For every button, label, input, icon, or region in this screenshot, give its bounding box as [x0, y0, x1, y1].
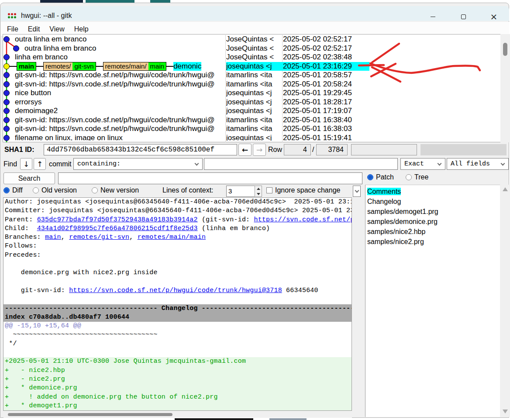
- new-version-radio[interactable]: [92, 187, 98, 193]
- commit-row[interactable]: demoimage2josequintas <j2025-05-01 17:19…: [3, 107, 370, 116]
- diff-text: + * demonice.prg: [5, 384, 77, 392]
- search-input[interactable]: [58, 172, 362, 184]
- ref-label[interactable]: remotes/main/main: [103, 62, 167, 71]
- commit-row[interactable]: linha em brancoJoseQuintas <2025-05-02 0…: [3, 53, 370, 62]
- scroll-down-icon[interactable]: [503, 410, 508, 413]
- encoding-dropdown[interactable]: [353, 186, 361, 197]
- commit-row[interactable]: git-svn-id: https://svn.code.sf.net/p/hw…: [3, 71, 370, 80]
- commit-row[interactable]: git-svn-id: https://svn.code.sf.net/p/hw…: [3, 80, 370, 89]
- menu-item-view[interactable]: View: [45, 25, 69, 33]
- commit-date: 2025-05-01 20:58:24: [283, 80, 369, 89]
- scroll-up-icon[interactable]: [503, 187, 508, 191]
- diff-line: Author: josequintas <josequintas@6634564…: [3, 198, 351, 207]
- fields-mode-value: All fields: [451, 160, 490, 168]
- diff-text: Follows:: [5, 242, 37, 250]
- diff-link[interactable]: https://svn.code.sf.net/p/hwgui/code/tru…: [254, 216, 351, 224]
- commit-rows: outra linha em brancoJoseQuintas <2025-0…: [3, 35, 500, 141]
- sha1-input[interactable]: 4dd75706dbab658343b132c45cf6c598c85100ef: [44, 144, 237, 155]
- diff-text: (git-svn-id:: [198, 216, 254, 224]
- commit-row[interactable]: errorsysjosequintas <j2025-05-01 18:28:1…: [3, 98, 370, 107]
- commit-row[interactable]: outra linha em brancoJoseQuintas <2025-0…: [3, 35, 370, 44]
- diff-text: Parent:: [5, 216, 37, 224]
- nav-forward-button[interactable]: →: [253, 144, 266, 156]
- file-item[interactable]: Comments: [365, 186, 500, 196]
- match-mode-dropdown[interactable]: containing:: [73, 158, 203, 170]
- diff-line: [3, 260, 351, 269]
- commit-author: josequintas <j: [226, 62, 283, 71]
- file-item[interactable]: samples/nice2.hbp: [365, 227, 500, 237]
- diff-text: 66345640: [282, 287, 318, 294]
- new-version-label: New version: [100, 186, 139, 194]
- find-input[interactable]: [204, 158, 398, 170]
- commit-row[interactable]: outra linha em brancoJoseQuintas <2025-0…: [3, 44, 370, 53]
- search-button[interactable]: Search: [3, 172, 55, 184]
- diff-link[interactable]: https://svn.code.sf.net/p/hwgui/code/tru…: [69, 287, 282, 294]
- diff-text: */: [5, 340, 17, 348]
- old-version-label: Old version: [41, 186, 77, 194]
- diff-link[interactable]: remotes/git-svn: [69, 234, 129, 241]
- fields-mode-dropdown[interactable]: All fields: [447, 158, 509, 170]
- tree-radio[interactable]: [406, 174, 412, 180]
- old-version-radio[interactable]: [33, 187, 39, 193]
- chevron-down-icon: [195, 162, 199, 166]
- diff-text: Author: josequintas <josequintas@6634564…: [5, 198, 351, 206]
- file-item[interactable]: samples/demonice.prg: [365, 217, 500, 227]
- spin-up-icon[interactable]: [255, 186, 262, 191]
- find-next-button[interactable]: ↓: [20, 158, 32, 170]
- commit-row[interactable]: git-svn-id: https://svn.code.sf.net/p/hw…: [3, 124, 370, 134]
- commit-subject: errorsys: [15, 98, 41, 107]
- nav-back-button[interactable]: ←: [238, 144, 252, 156]
- row-current-field[interactable]: 4: [284, 144, 311, 155]
- commit-row[interactable]: git-svn-id: https://svn.code.sf.net/p/hw…: [3, 116, 370, 125]
- file-item-label: samples/demonice.prg: [367, 218, 438, 225]
- diff-pane[interactable]: Author: josequintas <josequintas@6634564…: [3, 197, 352, 411]
- menu-item-edit[interactable]: Edit: [23, 25, 45, 33]
- diff-text: Precedes:: [5, 251, 41, 259]
- row-total-field[interactable]: 3784: [316, 144, 348, 155]
- commit-subject: git-svn-id: https://svn.code.sf.net/p/hw…: [15, 116, 215, 125]
- diff-line: git-svn-id: https://svn.code.sf.net/p/hw…: [3, 286, 351, 295]
- sha1-label: SHA1 ID:: [4, 146, 34, 154]
- commit-row[interactable]: nice buttonjosequintas <j2025-05-01 19:2…: [3, 89, 370, 98]
- commit-date: 2025-05-01 18:28:17: [283, 98, 369, 107]
- commit-subject: linha em branco: [15, 53, 68, 62]
- window-title: hwgui: --all - gitk: [21, 12, 72, 20]
- ref-label[interactable]: remotes/git-svn: [43, 62, 96, 71]
- diff-text: -------------------------------------- C…: [5, 305, 351, 312]
- diff-line: @@ -15,10 +15,64 @@: [3, 322, 351, 330]
- commit-author: itamarlins <ita: [226, 71, 283, 80]
- diff-link[interactable]: 635dc977bda7f97d50f37529438a49183b3914a2: [37, 216, 198, 224]
- menu-item-file[interactable]: File: [2, 25, 23, 33]
- commit-list-scrollbar[interactable]: [500, 34, 510, 142]
- diff-link[interactable]: remotes/main/main: [138, 234, 206, 241]
- diff-label: Diff: [12, 186, 23, 194]
- file-list-scrollbar[interactable]: [500, 185, 510, 417]
- background-window-sliver: [175, 418, 253, 420]
- find-prev-button[interactable]: ↑: [34, 158, 46, 170]
- patch-radio[interactable]: [367, 174, 373, 180]
- file-item-label: samples/demoget1.prg: [367, 208, 438, 215]
- commit-row[interactable]: mainremotes/git-svnremotes/main/maindemo…: [3, 62, 370, 71]
- diff-text: + ! added on demonice.prg the button of …: [5, 393, 218, 401]
- scrollbar-thumb[interactable]: [8, 413, 172, 416]
- spin-down-icon[interactable]: [255, 191, 262, 196]
- context-lines-input[interactable]: 3: [226, 186, 255, 197]
- gitk-app-icon: [8, 13, 17, 20]
- diff-text: git-svn-id:: [5, 287, 69, 294]
- context-lines-spinner[interactable]: [255, 186, 262, 197]
- diff-radio[interactable]: [3, 187, 10, 193]
- commit-row[interactable]: filename on linux, image on linuxjosequi…: [3, 134, 370, 141]
- diff-text: + - nice2.prg: [5, 375, 65, 383]
- file-item[interactable]: Changelog: [365, 196, 500, 207]
- diff-link[interactable]: 434a1d02f98995c7fe66a47806215cdf1f8e25d3: [37, 225, 198, 232]
- diff-link[interactable]: main: [45, 234, 61, 241]
- diff-line: Branches: main, remotes/git-svn, remotes…: [3, 233, 351, 242]
- ref-label[interactable]: main: [17, 62, 36, 71]
- file-item[interactable]: samples/nice2.prg: [365, 237, 500, 247]
- menu-item-help[interactable]: Help: [69, 25, 93, 33]
- scrollbar-thumb[interactable]: [503, 43, 507, 56]
- ignore-space-checkbox[interactable]: [266, 187, 272, 193]
- diff-horizontal-scrollbar[interactable]: [3, 411, 352, 418]
- exact-mode-dropdown[interactable]: Exact: [400, 158, 445, 170]
- file-item[interactable]: samples/demoget1.prg: [365, 207, 500, 217]
